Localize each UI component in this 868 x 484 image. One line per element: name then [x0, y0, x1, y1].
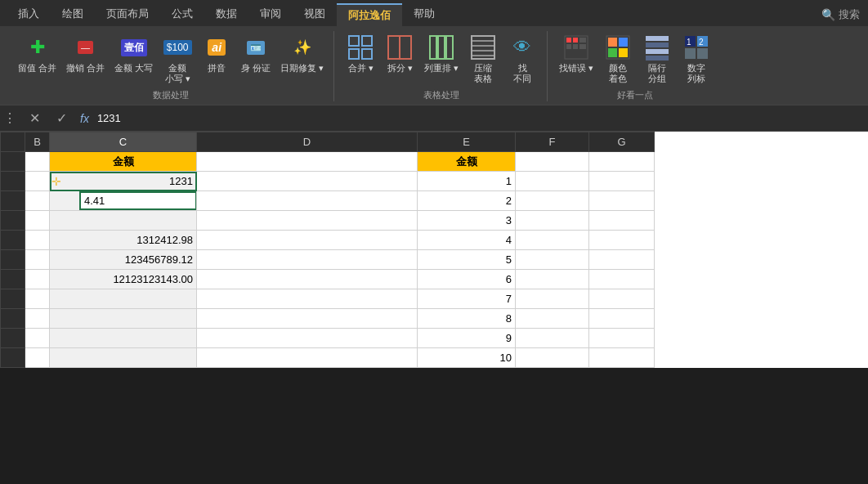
btn-merge[interactable]: 合并 ▾: [342, 31, 378, 75]
cell-c8[interactable]: [50, 289, 197, 309]
cell-c6[interactable]: 123456789.12: [50, 250, 197, 270]
cell-e11[interactable]: 10: [418, 348, 516, 368]
tab-draw[interactable]: 绘图: [51, 3, 95, 26]
cell-b10[interactable]: [25, 329, 50, 348]
cell-d5[interactable]: [197, 231, 418, 250]
cell-b1[interactable]: [25, 152, 50, 172]
cell-b3[interactable]: [25, 191, 50, 211]
cell-c2[interactable]: ✛ 1231: [50, 172, 197, 191]
tab-arabay[interactable]: 阿拉逸佰: [337, 3, 402, 26]
cell-d7[interactable]: [197, 270, 418, 289]
col-header-e[interactable]: E: [418, 132, 516, 152]
col-header-b[interactable]: B: [25, 132, 50, 152]
btn-color[interactable]: 颜色着色: [600, 31, 636, 86]
col-header-c[interactable]: C: [50, 132, 197, 152]
cell-e4[interactable]: 3: [418, 211, 516, 231]
cell-g1[interactable]: [589, 152, 655, 172]
cell-b9[interactable]: [25, 309, 50, 329]
cell-g9[interactable]: [589, 309, 655, 329]
tab-layout[interactable]: 页面布局: [95, 3, 160, 26]
cell-g3[interactable]: [589, 191, 655, 211]
cell-f9[interactable]: [516, 309, 589, 329]
cell-f4[interactable]: [516, 211, 589, 231]
cell-b5[interactable]: [25, 231, 50, 250]
btn-sfz[interactable]: 🪪 身 份证: [238, 31, 274, 75]
btn-diff[interactable]: 👁 找不同: [504, 31, 540, 86]
cell-c11[interactable]: [50, 348, 197, 368]
tab-insert[interactable]: 插入: [7, 3, 51, 26]
col-header-g[interactable]: G: [589, 132, 655, 152]
cell-g5[interactable]: [589, 231, 655, 250]
cell-c1[interactable]: 金额: [50, 152, 197, 172]
cancel-button[interactable]: ✕: [25, 109, 45, 128]
cell-b11[interactable]: [25, 348, 50, 368]
cell-c9[interactable]: [50, 309, 197, 329]
btn-jine-big[interactable]: 壹佰 金额 大写: [111, 31, 156, 75]
cell-d10[interactable]: [197, 329, 418, 348]
cell-c7[interactable]: 12123123143.00: [50, 270, 197, 289]
tab-help[interactable]: 帮助: [402, 3, 446, 26]
cell-f11[interactable]: [516, 348, 589, 368]
cell-f10[interactable]: [516, 329, 589, 348]
cell-d6[interactable]: [197, 250, 418, 270]
btn-group[interactable]: 隔行分组: [639, 31, 675, 86]
cell-d11[interactable]: [197, 348, 418, 368]
cell-g10[interactable]: [589, 329, 655, 348]
col-header-d[interactable]: D: [197, 132, 418, 152]
btn-pinyin[interactable]: ai 拼音: [199, 31, 235, 75]
cell-g4[interactable]: [589, 211, 655, 231]
btn-split[interactable]: 拆分 ▾: [382, 31, 418, 75]
formula-bar-dots[interactable]: ⋮: [3, 110, 16, 126]
tab-view[interactable]: 视图: [293, 3, 337, 26]
cell-d8[interactable]: [197, 289, 418, 309]
cell-e3[interactable]: 2: [418, 191, 516, 211]
cell-e2[interactable]: 1: [418, 172, 516, 191]
cell-d2[interactable]: [197, 172, 418, 191]
cell-c3[interactable]: 412 4.41: [50, 191, 197, 211]
cell-b4[interactable]: [25, 211, 50, 231]
btn-numlist[interactable]: 12 数字列标: [678, 31, 714, 86]
tab-formula[interactable]: 公式: [160, 3, 204, 26]
btn-jine-small[interactable]: $100 金额小写 ▾: [159, 31, 195, 86]
cell-d4[interactable]: [197, 211, 418, 231]
btn-reorder[interactable]: 列重排 ▾: [421, 31, 462, 75]
col-header-f[interactable]: F: [516, 132, 589, 152]
cell-g7[interactable]: [589, 270, 655, 289]
cell-d9[interactable]: [197, 309, 418, 329]
cell-b6[interactable]: [25, 250, 50, 270]
cell-e9[interactable]: 8: [418, 309, 516, 329]
cell-b2[interactable]: [25, 172, 50, 191]
cell-c10[interactable]: [50, 329, 197, 348]
cell-d3[interactable]: [197, 191, 418, 211]
btn-error[interactable]: 找错误 ▾: [556, 31, 597, 75]
cell-d1[interactable]: [197, 152, 418, 172]
cell-f1[interactable]: [516, 152, 589, 172]
cell-g2[interactable]: [589, 172, 655, 191]
confirm-button[interactable]: ✓: [51, 109, 72, 128]
cell-e5[interactable]: 4: [418, 231, 516, 250]
cell-f7[interactable]: [516, 270, 589, 289]
cell-e7[interactable]: 6: [418, 270, 516, 289]
btn-compress[interactable]: 压缩表格: [465, 31, 501, 86]
cell-f3[interactable]: [516, 191, 589, 211]
cell-e8[interactable]: 7: [418, 289, 516, 309]
cell-c5[interactable]: 1312412.98: [50, 231, 197, 250]
cell-e1[interactable]: 金额: [418, 152, 516, 172]
cell-c4[interactable]: [50, 211, 197, 231]
cell-b7[interactable]: [25, 270, 50, 289]
cell-e10[interactable]: 9: [418, 329, 516, 348]
tab-data[interactable]: 数据: [204, 3, 248, 26]
cell-g11[interactable]: [589, 348, 655, 368]
formula-input[interactable]: [94, 112, 865, 124]
btn-date-fix[interactable]: ✨ 日期修复 ▾: [277, 31, 327, 75]
btn-liuzhi-merge[interactable]: ✚ 留值 合并: [15, 31, 60, 75]
tab-review[interactable]: 审阅: [248, 3, 293, 26]
cell-g8[interactable]: [589, 289, 655, 309]
cell-g6[interactable]: [589, 250, 655, 270]
cell-f8[interactable]: [516, 289, 589, 309]
cell-e6[interactable]: 5: [418, 250, 516, 270]
cell-f2[interactable]: [516, 172, 589, 191]
cell-f5[interactable]: [516, 231, 589, 250]
cell-f6[interactable]: [516, 250, 589, 270]
cell-b8[interactable]: [25, 289, 50, 309]
